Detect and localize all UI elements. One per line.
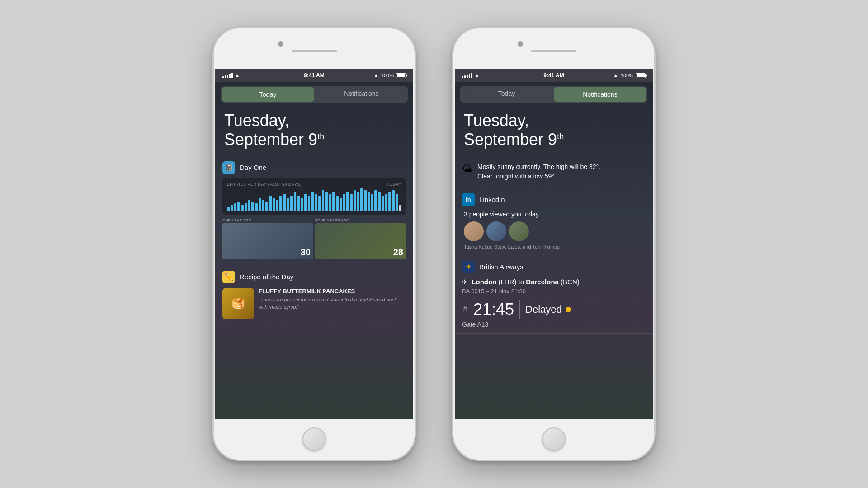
battery-percent-right: 100% bbox=[621, 73, 633, 78]
home-button-left[interactable] bbox=[302, 427, 326, 451]
speaker-right bbox=[531, 50, 576, 52]
chart-bar-44 bbox=[382, 196, 384, 211]
widgets-right: 🌤 Mostly sunny currently. The high will … bbox=[455, 156, 653, 419]
profile-pic-3 bbox=[509, 221, 529, 241]
linkedin-stat: 3 people viewed you today bbox=[464, 211, 646, 218]
widget-weather: 🌤 Mostly sunny currently. The high will … bbox=[455, 156, 653, 188]
recipe-content: 🥞 Fluffy Buttermilk Pancakes "These are … bbox=[222, 288, 406, 319]
chart-bar-45 bbox=[385, 194, 387, 211]
location-icon-right: ▲ bbox=[613, 72, 618, 79]
camera-left bbox=[278, 41, 283, 47]
chart-bar-7 bbox=[251, 202, 254, 211]
photo-block-right: Four Years Ago 28 bbox=[315, 218, 406, 259]
chart-bar-21 bbox=[301, 198, 303, 211]
profile-pic-1 bbox=[464, 221, 484, 241]
gate-info: Gate A13 bbox=[462, 321, 646, 328]
signal-bars-right bbox=[462, 73, 472, 78]
battery-fill-right bbox=[637, 74, 645, 77]
status-right-right: ▲ 100% bbox=[613, 72, 646, 79]
date-heading-right: Tuesday, September 9th bbox=[455, 103, 653, 156]
delayed-dot bbox=[566, 307, 571, 312]
chart-bar-46 bbox=[388, 192, 391, 211]
recipe-image: 🥞 bbox=[222, 288, 254, 319]
home-button-right[interactable] bbox=[542, 427, 566, 451]
signal-bar-r2 bbox=[464, 75, 466, 78]
chart-bar-5 bbox=[245, 203, 247, 211]
chart-bar-11 bbox=[265, 202, 268, 211]
tab-today-left[interactable]: Today bbox=[222, 87, 314, 102]
status-bar-right: ▲ 9:41 AM ▲ 100% bbox=[455, 69, 653, 82]
photo-placeholder-right: 28 bbox=[315, 223, 406, 259]
chart-bar-4 bbox=[241, 205, 244, 211]
day-one-icon: 📓 bbox=[222, 161, 235, 174]
chart-bar-43 bbox=[378, 192, 381, 211]
route-to-code: (BCN) bbox=[561, 278, 580, 286]
chart-bar-6 bbox=[248, 200, 251, 211]
chart-bar-29 bbox=[329, 194, 331, 211]
signal-bar-3 bbox=[227, 75, 228, 78]
flight-route: ✈ London (LHR) to Barcelona (BCN) bbox=[462, 278, 646, 286]
signal-bar-4 bbox=[229, 74, 231, 78]
chart-bar-15 bbox=[279, 196, 282, 211]
photo-block-left: One Year Ago 30 bbox=[222, 218, 313, 259]
linkedin-header: in LinkedIn bbox=[462, 193, 646, 206]
nc-content-right: Today Notifications Tuesday, September 9… bbox=[455, 82, 653, 419]
tab-notifications-left[interactable]: Notifications bbox=[315, 86, 408, 103]
battery-percent-left: 100% bbox=[381, 73, 394, 78]
route-from-code: (LHR) bbox=[499, 278, 517, 286]
tab-bar-right[interactable]: Today Notifications bbox=[460, 86, 647, 103]
linkedin-title: LinkedIn bbox=[479, 196, 505, 203]
weather-text: Mostly sunny currently. The high will be… bbox=[477, 162, 600, 181]
date-heading-left: Tuesday, September 9th bbox=[215, 103, 413, 156]
tab-today-right[interactable]: Today bbox=[460, 86, 553, 103]
tab-notifications-right[interactable]: Notifications bbox=[554, 87, 646, 102]
flight-number: BA 0015 – 21 Nov 21:30 bbox=[462, 288, 646, 295]
flight-time: 21:45 bbox=[473, 300, 514, 319]
chart-bar-30 bbox=[332, 192, 335, 211]
photo-number-right: 28 bbox=[393, 247, 403, 258]
chart-bar-16 bbox=[283, 194, 286, 211]
chart-bar-39 bbox=[364, 190, 367, 211]
chart-bar-2 bbox=[234, 203, 237, 211]
chart-bar-49 bbox=[399, 205, 402, 211]
wifi-icon-left: ▲ bbox=[235, 72, 240, 79]
signal-bar-r5 bbox=[471, 73, 472, 78]
chart-bar-26 bbox=[318, 196, 321, 211]
chart-bar-3 bbox=[237, 202, 240, 211]
chart-bar-19 bbox=[294, 192, 297, 211]
recipe-icon: ✏️ bbox=[222, 271, 235, 283]
linkedin-body: 3 people viewed you today Tasha Kelter, … bbox=[462, 211, 646, 249]
phone-right: ▲ 9:41 AM ▲ 100% Today Notifications Tue… bbox=[452, 27, 656, 461]
day-of-week-right: Tuesday, bbox=[464, 112, 644, 130]
clock-icon: ⏱ bbox=[462, 306, 468, 313]
photo-number-left: 30 bbox=[301, 247, 311, 258]
recipe-title: Recipe of the Day bbox=[240, 273, 293, 281]
chart-label-left: Entries Per Day (Past 50 Days) bbox=[227, 182, 302, 187]
chart-bar-24 bbox=[311, 192, 314, 211]
chart-bar-25 bbox=[315, 194, 317, 211]
day-one-header: 📓 Day One bbox=[222, 161, 406, 174]
chart-bar-8 bbox=[255, 203, 258, 211]
flight-divider bbox=[519, 300, 520, 319]
profile-names: Tasha Kelter, Steve Lajos, and Teri Thom… bbox=[464, 244, 646, 249]
chart-bar-17 bbox=[287, 198, 289, 211]
weather-text-2: Clear tonight with a low 59°. bbox=[477, 173, 556, 180]
tab-bar-left[interactable]: Today Notifications bbox=[221, 86, 408, 103]
chart-bar-37 bbox=[357, 192, 359, 211]
recipe-desc: "These are prefect for a relaxed start i… bbox=[259, 296, 406, 310]
chart-bar-13 bbox=[273, 198, 275, 211]
linkedin-icon: in bbox=[462, 193, 475, 206]
photo-label-right: Four Years Ago bbox=[315, 218, 406, 222]
signal-bar-r3 bbox=[467, 75, 468, 78]
chart-bar-20 bbox=[297, 196, 300, 211]
photo-label-left: One Year Ago bbox=[222, 218, 313, 222]
screen-right: ▲ 9:41 AM ▲ 100% Today Notifications Tue… bbox=[455, 69, 653, 419]
day-one-title: Day One bbox=[240, 164, 266, 171]
chart-bar-12 bbox=[269, 196, 272, 211]
chart-bar-36 bbox=[354, 190, 356, 211]
flight-status: Delayed bbox=[525, 304, 571, 315]
chart-bar-41 bbox=[371, 194, 373, 211]
month-day-left: September 9th bbox=[224, 130, 404, 149]
ba-title: British Airways bbox=[479, 263, 524, 271]
nc-content-left: Today Notifications Tuesday, September 9… bbox=[215, 82, 413, 419]
